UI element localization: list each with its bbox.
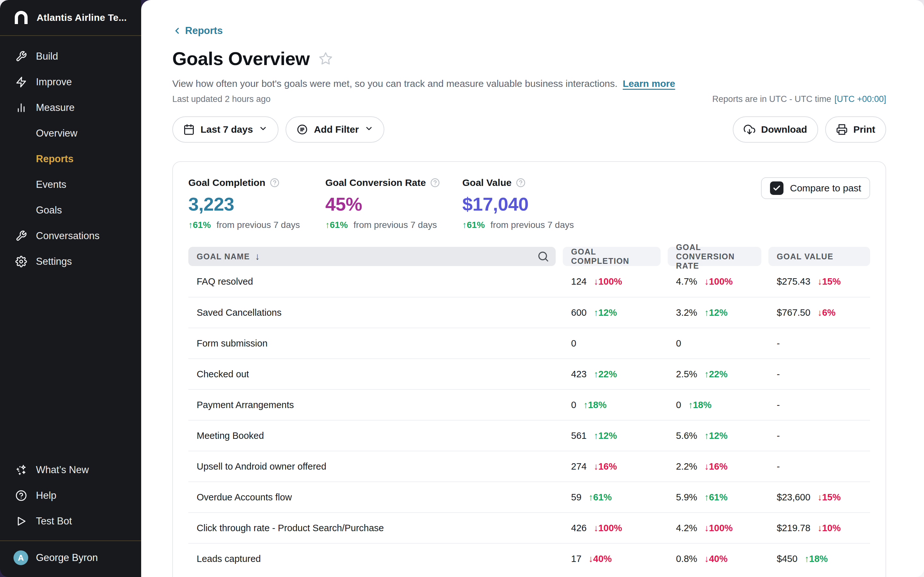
sidebar-item-reports[interactable]: Reports: [0, 146, 141, 172]
goal-completion-cell: 0 ↑18%: [563, 400, 661, 410]
sidebar-item-help[interactable]: Help: [0, 483, 141, 508]
sidebar-item-build[interactable]: Build: [0, 44, 141, 69]
conversion-value: 4.2%: [676, 523, 697, 533]
table-row[interactable]: FAQ resolved 124 ↓100% 4.7% ↓100% $275.4…: [188, 266, 870, 297]
value-value: $275.43: [777, 276, 811, 287]
workspace-switcher[interactable]: Atlantis Airline Te...: [0, 0, 141, 36]
conversion-value: 2.5%: [676, 369, 697, 379]
kpi-delta: ↑61%: [325, 220, 348, 230]
table-row[interactable]: Payment Arrangements 0 ↑18% 0 ↑18% -: [188, 389, 870, 420]
last-updated: Last updated 2 hours ago: [172, 94, 270, 104]
completion-delta: ↓40%: [588, 554, 612, 564]
column-header-goal-conversion-rate[interactable]: GOAL CONVERSION RATE: [668, 247, 761, 266]
play-icon: [15, 516, 27, 527]
conversion-delta: ↑22%: [704, 369, 728, 379]
column-label: GOAL VALUE: [777, 252, 834, 261]
kpi-help-icon[interactable]: [270, 178, 279, 187]
value-delta: ↑18%: [804, 554, 828, 564]
value-value: $767.50: [777, 308, 811, 318]
ada-logo-icon: [13, 10, 29, 25]
goal-conversion-cell: 5.9% ↑61%: [668, 492, 761, 503]
table-row[interactable]: Meeting Booked 561 ↑12% 5.6% ↑12% -: [188, 420, 870, 451]
conversion-delta: ↓16%: [704, 461, 728, 472]
goal-conversion-cell: 2.2% ↓16%: [668, 461, 761, 472]
kpi-delta: ↑61%: [188, 220, 211, 230]
kpi-value: 45%: [325, 193, 462, 215]
goal-name-cell: Upsell to Android owner offered: [188, 461, 556, 472]
column-header-goal-completion[interactable]: GOAL COMPLETION: [563, 247, 661, 266]
conversion-value: 5.9%: [676, 492, 697, 502]
calendar-icon: [183, 124, 195, 135]
download-button[interactable]: Download: [733, 116, 818, 143]
user-menu[interactable]: A George Byron: [0, 540, 141, 574]
goal-name: Payment Arrangements: [197, 400, 294, 410]
sidebar-item-label: Settings: [36, 256, 72, 268]
sidebar-item-conversations[interactable]: Conversations: [0, 223, 141, 249]
kpi-help-icon[interactable]: [516, 178, 525, 187]
conversion-value: 4.7%: [676, 276, 697, 287]
table-row[interactable]: Form submission 0 0 -: [188, 327, 870, 358]
column-header-goal-value[interactable]: GOAL VALUE: [768, 247, 870, 266]
goal-name-cell: Meeting Booked: [188, 430, 556, 441]
sidebar-item-measure[interactable]: Measure: [0, 95, 141, 121]
table-row[interactable]: Overdue Accounts flow 59 ↑61% 5.9% ↑61% …: [188, 482, 870, 512]
completion-value: 59: [571, 492, 582, 502]
table-header: GOAL NAME ↓ GOAL COMPLETION GOAL CONVERS…: [188, 247, 870, 266]
sidebar-item-label: Overview: [36, 127, 78, 139]
search-icon[interactable]: [537, 250, 549, 263]
completion-delta: ↑18%: [583, 400, 607, 410]
sidebar-item-label: Conversations: [36, 230, 99, 242]
table-row[interactable]: Upsell to Android owner offered 274 ↓16%…: [188, 451, 870, 482]
learn-more-link[interactable]: Learn more: [623, 78, 675, 89]
completion-delta: ↓100%: [594, 523, 622, 533]
kpi-help-icon[interactable]: [430, 178, 440, 187]
printer-icon: [836, 124, 848, 135]
sidebar-item-label: Test Bot: [36, 516, 72, 527]
value-delta: ↓6%: [817, 308, 835, 318]
back-to-reports-link[interactable]: Reports: [172, 25, 223, 37]
kpi-card: Goal Conversion Rate 45% ↑61% from previ…: [325, 177, 462, 230]
table-row[interactable]: Checked out 423 ↑22% 2.5% ↑22% -: [188, 358, 870, 389]
chevron-down-icon: [258, 124, 268, 135]
app-window: Atlantis Airline Te... Build Improve Mea…: [0, 0, 924, 577]
completion-value: 0: [571, 338, 576, 348]
goal-conversion-cell: 0 ↑18%: [668, 400, 761, 410]
completion-value: 423: [571, 369, 586, 379]
add-filter-label: Add Filter: [314, 124, 359, 135]
sort-descending-icon[interactable]: ↓: [255, 251, 260, 262]
goal-name: Upsell to Android owner offered: [197, 461, 326, 472]
completion-value: 561: [571, 430, 586, 441]
goal-conversion-cell: 2.5% ↑22%: [668, 369, 761, 380]
goal-conversion-cell: 5.6% ↑12%: [668, 430, 761, 441]
compare-to-past-toggle[interactable]: Compare to past: [761, 177, 870, 199]
completion-delta: ↓100%: [594, 276, 622, 287]
add-filter-button[interactable]: Add Filter: [286, 116, 384, 143]
kpi-delta: ↑61%: [462, 220, 485, 230]
favorite-star-icon[interactable]: [318, 52, 333, 66]
value-delta: ↓15%: [817, 276, 841, 287]
sidebar-item-goals[interactable]: Goals: [0, 197, 141, 223]
column-header-goal-name[interactable]: GOAL NAME ↓: [188, 247, 556, 266]
goal-completion-cell: 0: [563, 338, 661, 349]
sidebar-item-improve[interactable]: Improve: [0, 69, 141, 95]
goal-value-cell: $23,600 ↓15%: [768, 492, 870, 503]
sidebar-item-settings[interactable]: Settings: [0, 249, 141, 274]
sidebar-item-whats-new[interactable]: What’s New: [0, 457, 141, 483]
kpi-card: Goal Value $17,040 ↑61% from previous 7 …: [462, 177, 599, 230]
timezone-value-link[interactable]: [UTC +00:00]: [835, 94, 886, 104]
table-row[interactable]: Click through rate - Product Search/Purc…: [188, 512, 870, 543]
checkbox-checked-icon[interactable]: [770, 181, 783, 195]
filter-icon: [296, 124, 308, 135]
goal-name: Meeting Booked: [197, 430, 264, 441]
sidebar-item-events[interactable]: Events: [0, 172, 141, 197]
sidebar-item-test-bot[interactable]: Test Bot: [0, 508, 141, 534]
print-button[interactable]: Print: [825, 116, 886, 143]
table-row[interactable]: Saved Cancellations 600 ↑12% 3.2% ↑12% $…: [188, 297, 870, 327]
goal-completion-cell: 561 ↑12%: [563, 430, 661, 441]
sidebar-nav: Build Improve Measure Overview Reports: [0, 36, 141, 457]
table-row[interactable]: Leads captured 17 ↓40% 0.8% ↓40% $450: [188, 543, 870, 574]
date-range-button[interactable]: Last 7 days: [172, 116, 278, 143]
timezone-text: Reports are in UTC - UTC time: [712, 94, 831, 104]
sidebar-item-overview[interactable]: Overview: [0, 121, 141, 146]
sidebar-item-label: Measure: [36, 102, 75, 113]
